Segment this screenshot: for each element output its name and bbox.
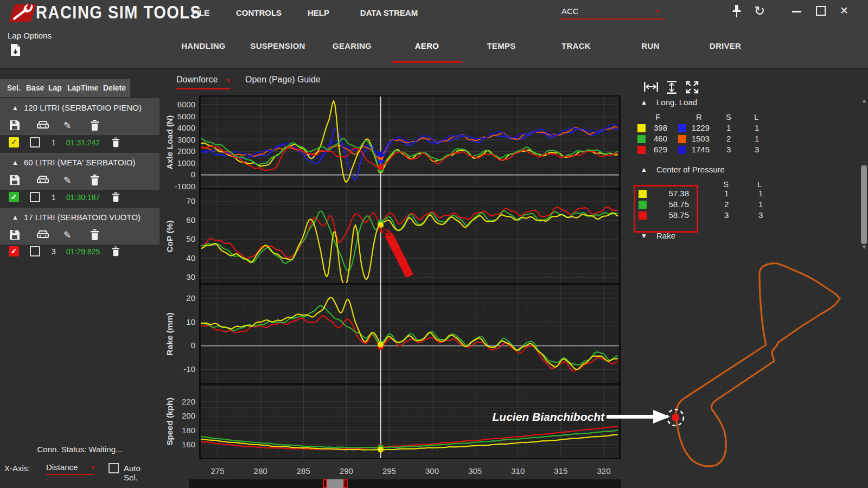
close-button[interactable]: ✕ bbox=[840, 4, 848, 17]
col-sel: Sel. bbox=[7, 84, 21, 92]
svg-text:Speed (kph): Speed (kph) bbox=[165, 397, 174, 446]
pin-icon[interactable] bbox=[731, 4, 742, 18]
scroll-up-icon[interactable]: ▲ bbox=[861, 98, 867, 104]
tab-driver[interactable]: DRIVER bbox=[710, 41, 741, 50]
save-icon[interactable] bbox=[9, 120, 21, 131]
collapse-icon[interactable]: ▲ bbox=[12, 159, 18, 166]
lap-group-title: 120 LITRI (SERBATOIO PIENO) bbox=[24, 103, 142, 112]
collapse-icon[interactable]: ▲ bbox=[641, 166, 647, 174]
scrollbar-thumb[interactable] bbox=[861, 165, 867, 244]
base-checkbox[interactable] bbox=[30, 192, 40, 202]
maximize-button[interactable] bbox=[816, 6, 826, 16]
lap-row: ✓ 3 01:29:825 bbox=[0, 244, 159, 260]
collapse-icon[interactable]: ▲ bbox=[12, 214, 18, 221]
svg-text:CoP (%): CoP (%) bbox=[165, 220, 174, 252]
car-icon[interactable] bbox=[36, 120, 48, 131]
lap-value: 1 bbox=[758, 189, 763, 198]
lap-group-title: 60 LITRI (META' SERBATOIO) bbox=[24, 158, 135, 167]
slider-right-cap[interactable] bbox=[343, 479, 348, 488]
save-icon[interactable] bbox=[9, 175, 21, 185]
lap-group-header[interactable]: ▲ 120 LITRI (SERBATOIO PIENO) ✎ bbox=[0, 98, 159, 135]
telemetry-charts[interactable]: 6000500040003000200010000-1000Axle Load … bbox=[163, 68, 621, 488]
track-outline bbox=[676, 264, 840, 466]
lap-value: 1 bbox=[755, 134, 759, 143]
menu-file[interactable]: FILE bbox=[192, 8, 210, 17]
wrench-icon bbox=[9, 4, 36, 22]
x-axis-label: X-Axis: bbox=[4, 464, 30, 473]
delete-group-icon[interactable] bbox=[90, 175, 102, 185]
lap-time: 01:29:825 bbox=[66, 247, 100, 256]
table-row: 398 1229 1 1 bbox=[621, 123, 778, 134]
active-tab-underline bbox=[392, 61, 462, 63]
sim-selector[interactable]: ACC ▼ bbox=[560, 4, 665, 20]
fit-height-icon[interactable] bbox=[665, 80, 678, 94]
edit-icon[interactable]: ✎ bbox=[63, 229, 75, 240]
svg-text:280: 280 bbox=[254, 466, 267, 476]
cop-header-s: S bbox=[723, 179, 729, 189]
lap-group-header[interactable]: ▲ 60 LITRI (META' SERBATOIO) ✎ bbox=[0, 153, 159, 190]
svg-text:40: 40 bbox=[186, 253, 195, 262]
long-load-title: Long. Load bbox=[656, 98, 697, 107]
app-logo-badge bbox=[9, 4, 36, 22]
rear-load-value: 1745 bbox=[682, 145, 710, 154]
car-icon[interactable] bbox=[36, 175, 48, 185]
refresh-icon[interactable]: ↻ bbox=[754, 3, 765, 18]
expand-icon[interactable] bbox=[685, 80, 699, 94]
lap-select-checkbox[interactable]: ✓ bbox=[9, 246, 19, 256]
lap-select-checkbox[interactable]: ✓ bbox=[9, 137, 19, 147]
svg-text:310: 310 bbox=[511, 466, 525, 476]
delete-group-icon[interactable] bbox=[90, 120, 102, 131]
x-range-slider[interactable] bbox=[189, 479, 621, 488]
edit-icon[interactable]: ✎ bbox=[63, 120, 75, 131]
svg-text:1000: 1000 bbox=[177, 158, 195, 168]
collapse-icon[interactable]: ▲ bbox=[12, 104, 18, 112]
x-axis-selector[interactable]: Distance bbox=[46, 463, 94, 475]
save-icon[interactable] bbox=[9, 229, 21, 240]
minimize-button[interactable] bbox=[792, 11, 801, 12]
svg-text:-10: -10 bbox=[183, 364, 195, 374]
cop-title: Center of Pressure bbox=[656, 165, 725, 174]
stint-value: 1 bbox=[724, 189, 729, 198]
corner-label: Lucien Bianchibocht bbox=[465, 410, 604, 423]
menu-data-stream[interactable]: DATA STREAM bbox=[360, 8, 418, 17]
track-map[interactable] bbox=[624, 239, 852, 477]
car-icon[interactable] bbox=[36, 229, 48, 240]
base-checkbox[interactable] bbox=[30, 246, 40, 256]
lap-select-checkbox[interactable]: ✓ bbox=[9, 192, 19, 202]
svg-text:30: 30 bbox=[186, 272, 195, 281]
tab-aero[interactable]: AERO bbox=[415, 41, 439, 50]
fit-width-icon[interactable] bbox=[643, 80, 659, 93]
delete-lap-icon[interactable] bbox=[112, 137, 120, 147]
lap-group-header[interactable]: ▲ 17 LITRI (SERBATOIO VUOTO) ✎ bbox=[0, 208, 159, 245]
svg-text:180: 180 bbox=[182, 426, 195, 435]
delete-group-icon[interactable] bbox=[90, 229, 102, 240]
svg-text:0: 0 bbox=[191, 170, 195, 179]
svg-text:290: 290 bbox=[340, 466, 353, 476]
edit-icon[interactable]: ✎ bbox=[63, 175, 75, 185]
tab-suspension[interactable]: SUSPENSION bbox=[250, 41, 305, 50]
x-range-slider-handle[interactable] bbox=[323, 479, 348, 488]
cop-value: 58.75 bbox=[651, 210, 689, 220]
corner-marker-dot bbox=[672, 414, 679, 421]
stint-value: 2 bbox=[726, 134, 731, 143]
ll-header-s: S bbox=[726, 112, 731, 121]
collapse-icon[interactable]: ▲ bbox=[641, 99, 647, 106]
scroll-down-icon[interactable]: ▼ bbox=[861, 244, 867, 250]
tab-handling[interactable]: HANDLING bbox=[181, 41, 226, 50]
auto-sel-checkbox[interactable] bbox=[108, 463, 119, 473]
table-row: 57.38 1 1 bbox=[621, 189, 778, 200]
delete-lap-icon[interactable] bbox=[112, 192, 120, 202]
col-lap: Lap bbox=[48, 84, 62, 92]
base-checkbox[interactable] bbox=[30, 137, 40, 147]
tab-gearing[interactable]: GEARING bbox=[333, 41, 372, 50]
lap-file-export-icon[interactable] bbox=[10, 43, 21, 56]
menu-help[interactable]: HELP bbox=[308, 8, 329, 17]
tab-temps[interactable]: TEMPS bbox=[487, 41, 515, 50]
svg-text:200: 200 bbox=[182, 411, 195, 420]
front-load-value: 629 bbox=[642, 145, 667, 154]
menu-controls[interactable]: CONTROLS bbox=[236, 8, 282, 17]
delete-lap-icon[interactable] bbox=[112, 246, 120, 256]
tab-run[interactable]: RUN bbox=[641, 41, 659, 50]
slider-left-cap[interactable] bbox=[323, 479, 327, 488]
tab-track[interactable]: TRACK bbox=[561, 41, 591, 50]
